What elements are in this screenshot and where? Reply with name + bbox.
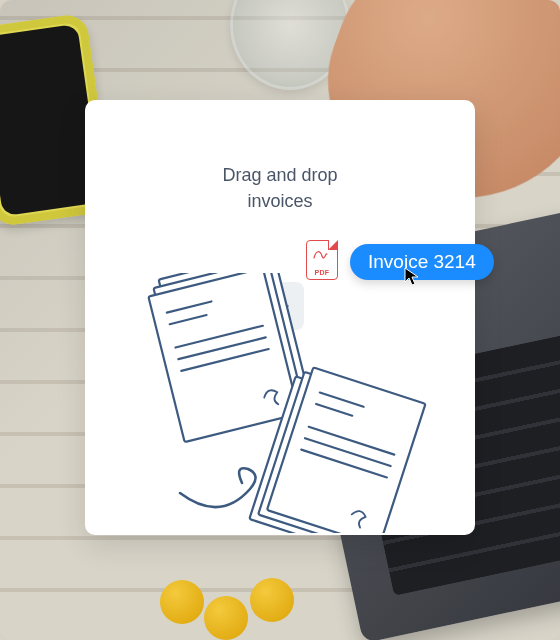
dropzone-title: Drag and drop invoices — [85, 162, 475, 214]
pdf-file-icon: PDF — [306, 240, 338, 280]
dragged-file-chip[interactable]: Invoice 3214 — [350, 244, 494, 280]
dropzone-title-line1: Drag and drop — [222, 165, 337, 185]
dropzone-title-line2: invoices — [247, 191, 312, 211]
upload-dropzone[interactable]: Drag and drop invoices — [85, 100, 475, 535]
dragged-file-name: Invoice 3214 — [368, 251, 476, 273]
invoices-illustration — [85, 273, 475, 533]
file-extension-label: PDF — [307, 269, 337, 276]
decor-balls — [160, 560, 320, 640]
